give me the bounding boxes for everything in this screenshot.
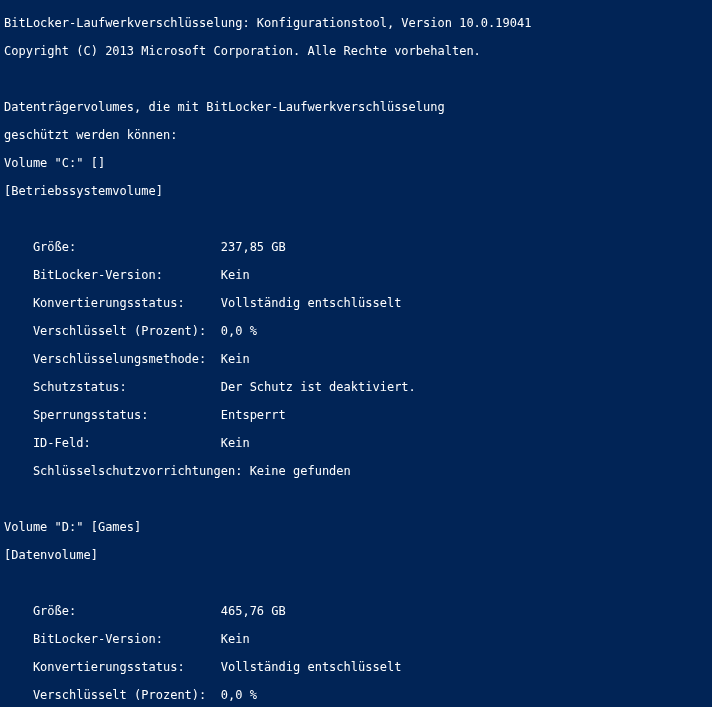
blank-line bbox=[4, 576, 708, 590]
vol-size: Größe: 237,85 GB bbox=[4, 240, 708, 254]
vol-keys: Schlüsselschutzvorrichtungen: Keine gefu… bbox=[4, 464, 708, 478]
vol-conversion: Konvertierungsstatus: Vollständig entsch… bbox=[4, 660, 708, 674]
intro-line: geschützt werden können: bbox=[4, 128, 708, 142]
blank-line bbox=[4, 492, 708, 506]
vol-lock: Sperrungsstatus: Entsperrt bbox=[4, 408, 708, 422]
blank-line bbox=[4, 72, 708, 86]
header-line: BitLocker-Laufwerkverschlüsselung: Konfi… bbox=[4, 16, 708, 30]
volume-type: [Datenvolume] bbox=[4, 548, 708, 562]
vol-percent: Verschlüsselt (Prozent): 0,0 % bbox=[4, 324, 708, 338]
volume-type: [Betriebssystemvolume] bbox=[4, 184, 708, 198]
volume-header: Volume "C:" [] bbox=[4, 156, 708, 170]
vol-version: BitLocker-Version: Kein bbox=[4, 268, 708, 282]
vol-conversion: Konvertierungsstatus: Vollständig entsch… bbox=[4, 296, 708, 310]
vol-version: BitLocker-Version: Kein bbox=[4, 632, 708, 646]
vol-percent: Verschlüsselt (Prozent): 0,0 % bbox=[4, 688, 708, 702]
vol-id: ID-Feld: Kein bbox=[4, 436, 708, 450]
volume-header: Volume "D:" [Games] bbox=[4, 520, 708, 534]
copyright-line: Copyright (C) 2013 Microsoft Corporation… bbox=[4, 44, 708, 58]
vol-size: Größe: 465,76 GB bbox=[4, 604, 708, 618]
intro-line: Datenträgervolumes, die mit BitLocker-La… bbox=[4, 100, 708, 114]
vol-method: Verschlüsselungsmethode: Kein bbox=[4, 352, 708, 366]
powershell-terminal[interactable]: BitLocker-Laufwerkverschlüsselung: Konfi… bbox=[0, 0, 712, 707]
vol-protection: Schutzstatus: Der Schutz ist deaktiviert… bbox=[4, 380, 708, 394]
blank-line bbox=[4, 212, 708, 226]
